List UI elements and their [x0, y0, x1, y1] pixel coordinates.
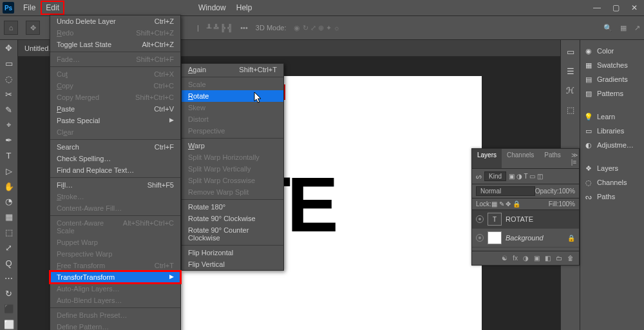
- tool-4[interactable]: ✎: [3, 104, 15, 115]
- tool-12[interactable]: ⬚: [3, 227, 15, 238]
- panel-learn[interactable]: 💡Learn: [583, 110, 641, 124]
- panel-libraries[interactable]: ▭Libraries: [583, 124, 641, 138]
- panel-adjustme…[interactable]: ◐Adjustme…: [583, 138, 641, 152]
- edit-check-spelling-[interactable]: Check Spelling…: [50, 153, 180, 164]
- edit-paste-special[interactable]: Paste Special▶: [50, 115, 180, 126]
- share-icon[interactable]: ↗: [634, 24, 640, 32]
- layer-footer-icon-5[interactable]: 🗀: [556, 255, 562, 262]
- lock-buttons[interactable]: ▦ ✎ ✥ 🔒: [491, 200, 520, 208]
- tool-9[interactable]: ✋: [3, 180, 15, 192]
- blend-mode[interactable]: Normal: [476, 186, 535, 196]
- tool-14[interactable]: Q: [3, 257, 15, 269]
- edit-paste[interactable]: PasteCtrl+V: [50, 103, 180, 115]
- menu-edit[interactable]: Edit: [41, 1, 64, 15]
- mode-3d-icons[interactable]: ◉ ↻ ⤢ ⊕ ✦ ☼: [294, 24, 339, 32]
- layer-footer-icon-4[interactable]: ◧: [545, 255, 551, 262]
- edit-transform[interactable]: TransforTransform▶: [50, 271, 180, 283]
- opacity-value[interactable]: 100%: [558, 188, 575, 195]
- edit-find-and-replace-text-[interactable]: Find and Replace Text…: [50, 164, 180, 176]
- maximize-button[interactable]: ▢: [612, 3, 620, 12]
- submenu-label: Flip Vertical: [188, 260, 225, 268]
- transform-flip-vertical[interactable]: Flip Vertical: [182, 258, 283, 270]
- shortcut: Ctrl+X: [154, 70, 174, 78]
- transform-rotate[interactable]: Rotate: [182, 90, 283, 102]
- move-tool-icon[interactable]: ✥: [26, 21, 40, 35]
- home-icon[interactable]: ⌂: [4, 21, 18, 35]
- tab-paths[interactable]: Paths: [539, 149, 566, 168]
- edit-content-aware-fill-: Content-Aware Fill…: [50, 202, 180, 214]
- gradients-icon: ▤: [584, 75, 593, 84]
- panel-swatches[interactable]: ▦Swatches: [583, 58, 641, 72]
- opt-icons[interactable]: ╨ ╩ ╠ ╣: [207, 24, 232, 32]
- panel-menu-icon[interactable]: ≫ |≡: [566, 149, 583, 168]
- transform-rotate-90-counter-clockwise[interactable]: Rotate 90° Counter Clockwise: [182, 224, 283, 244]
- edit-fill-[interactable]: Fill…Shift+F5: [50, 179, 180, 191]
- search-icon[interactable]: 🔍: [603, 24, 612, 32]
- layer-footer-icon-2[interactable]: ◑: [523, 255, 529, 262]
- grid-icon[interactable]: ▦: [620, 24, 627, 32]
- transform-rotate-180-[interactable]: Rotate 180°: [182, 201, 283, 213]
- panel-paths[interactable]: ᔓPaths: [583, 189, 641, 204]
- opt-dots[interactable]: •••: [240, 24, 248, 32]
- tool-17[interactable]: ⬛: [3, 304, 15, 315]
- tool-8[interactable]: ▷: [3, 165, 15, 177]
- layer-rotate[interactable]: TROTATE: [472, 210, 579, 229]
- transform-rotate-90-clockwise[interactable]: Rotate 90° Clockwise: [182, 213, 283, 224]
- visibility-icon[interactable]: [476, 215, 484, 223]
- shortcut: Alt+Shift+Ctrl+C: [123, 219, 174, 235]
- tool-0[interactable]: ✥: [3, 43, 15, 54]
- tab-channels[interactable]: Channels: [502, 149, 539, 168]
- menu-help[interactable]: Help: [231, 1, 258, 15]
- tab-layers[interactable]: Layers: [472, 149, 502, 168]
- tool-10[interactable]: ◔: [3, 196, 15, 208]
- tool-6[interactable]: ✒: [3, 135, 15, 146]
- rail-icon-1[interactable]: ☰: [564, 64, 577, 77]
- edit-undo-delete-layer[interactable]: Undo Delete LayerCtrl+Z: [50, 15, 180, 27]
- visibility-icon[interactable]: [476, 234, 484, 242]
- panel-color[interactable]: ◉Color: [583, 44, 641, 58]
- rail-icon-0[interactable]: ▭: [564, 45, 577, 58]
- layer-footer-icon-6[interactable]: 🗑: [567, 255, 574, 262]
- tool-5[interactable]: ⌖: [3, 119, 15, 131]
- transform-warp[interactable]: Warp: [182, 140, 283, 151]
- tool-7[interactable]: T: [3, 150, 15, 162]
- tool-18[interactable]: ⬜: [3, 318, 15, 330]
- fill-value[interactable]: 100%: [558, 200, 575, 208]
- layer-footer-icon-0[interactable]: ☯: [502, 255, 507, 262]
- rail-icon-2[interactable]: ℋ: [564, 84, 577, 97]
- layer-thumb: T: [488, 213, 502, 226]
- tool-11[interactable]: ▦: [3, 211, 15, 223]
- tool-15[interactable]: ⋯: [3, 273, 15, 284]
- edit-cut: CutCtrl+X: [50, 68, 180, 80]
- layer-background[interactable]: Background🔒: [472, 229, 579, 248]
- edit-toggle-last-state[interactable]: Toggle Last StateAlt+Ctrl+Z: [50, 39, 180, 50]
- layer-footer-icon-1[interactable]: fx: [513, 255, 518, 262]
- layer-footer-icon-3[interactable]: ▣: [534, 255, 540, 262]
- minimize-button[interactable]: —: [593, 3, 601, 12]
- transform-again[interactable]: AgainShift+Ctrl+T: [182, 64, 283, 75]
- menu-label: TransforTransform: [57, 273, 115, 281]
- close-button[interactable]: ✕: [631, 3, 638, 12]
- tool-13[interactable]: ⤢: [3, 242, 15, 253]
- edit-fade-: Fade…Shift+Ctrl+F: [50, 53, 180, 65]
- libraries-icon: ▭: [584, 126, 593, 135]
- panel-patterns[interactable]: ▨Patterns: [583, 86, 641, 101]
- rail-icon-3[interactable]: ⬚: [564, 103, 577, 116]
- tool-16[interactable]: ↻: [3, 288, 15, 300]
- transform-flip-horizontal[interactable]: Flip Horizontal: [182, 247, 283, 258]
- menu-label: Auto-Align Layers…: [57, 285, 120, 293]
- filter-kind[interactable]: Kind: [484, 171, 506, 181]
- tool-1[interactable]: ▭: [3, 58, 15, 70]
- menu-file[interactable]: File: [18, 1, 41, 15]
- panel-layers[interactable]: ❖Layers: [583, 161, 641, 175]
- layer-name: ROTATE: [506, 215, 533, 223]
- panel-gradients[interactable]: ▤Gradients: [583, 72, 641, 86]
- tool-2[interactable]: ◌: [3, 73, 15, 85]
- tool-3[interactable]: ✂: [3, 88, 15, 100]
- edit-search[interactable]: SearchCtrl+F: [50, 141, 180, 153]
- menu-window[interactable]: Window: [193, 1, 231, 15]
- filter-icons[interactable]: ▣ ◑ T ▭ ◫: [509, 173, 543, 180]
- panel-channels[interactable]: ◌Channels: [583, 175, 641, 189]
- submenu-label: Rotate: [188, 92, 209, 100]
- shortcut: Alt+Ctrl+Z: [142, 41, 174, 48]
